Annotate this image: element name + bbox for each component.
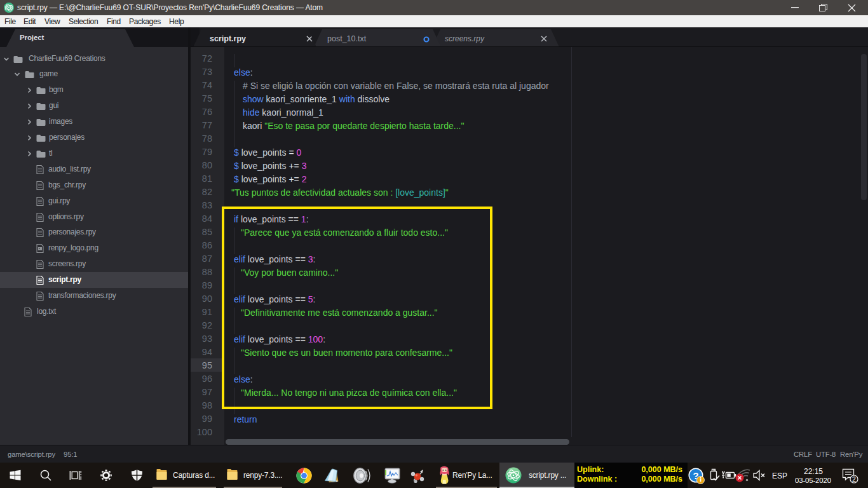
svg-text:2: 2 — [852, 475, 856, 483]
